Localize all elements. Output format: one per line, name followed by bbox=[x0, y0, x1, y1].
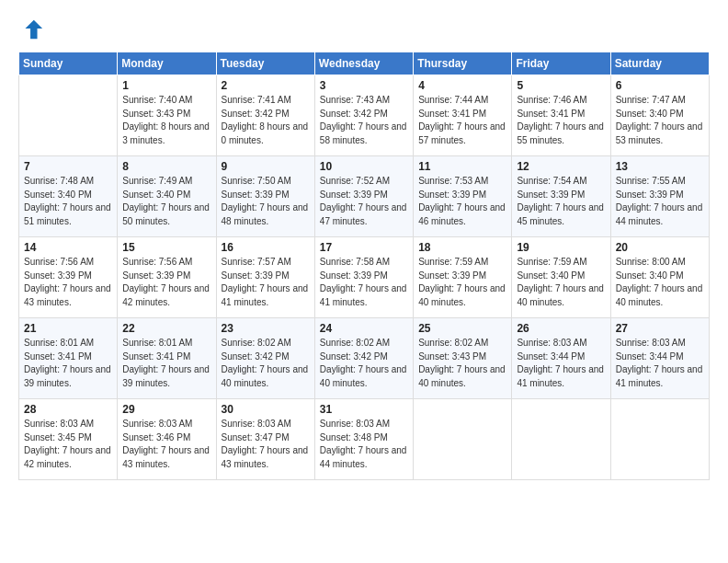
day-cell: 9Sunrise: 7:50 AMSunset: 3:39 PMDaylight… bbox=[216, 156, 314, 237]
header-day-friday: Friday bbox=[512, 52, 610, 75]
day-info: Sunrise: 8:01 AMSunset: 3:41 PMDaylight:… bbox=[122, 337, 210, 390]
day-number: 11 bbox=[418, 160, 506, 173]
day-number: 20 bbox=[616, 241, 704, 254]
header-day-monday: Monday bbox=[118, 52, 216, 75]
day-cell: 10Sunrise: 7:52 AMSunset: 3:39 PMDayligh… bbox=[314, 156, 413, 237]
calendar-header: SundayMondayTuesdayWednesdayThursdayFrid… bbox=[19, 52, 710, 75]
day-number: 5 bbox=[517, 79, 605, 92]
day-cell bbox=[512, 399, 610, 480]
day-cell: 19Sunrise: 7:59 AMSunset: 3:40 PMDayligh… bbox=[512, 237, 610, 318]
day-info: Sunrise: 7:41 AMSunset: 3:42 PMDaylight:… bbox=[222, 94, 310, 147]
day-number: 22 bbox=[122, 322, 210, 335]
day-number: 17 bbox=[320, 241, 408, 254]
day-number: 25 bbox=[418, 322, 506, 335]
day-number: 13 bbox=[616, 160, 704, 173]
day-info: Sunrise: 8:00 AMSunset: 3:40 PMDaylight:… bbox=[616, 256, 704, 309]
day-number: 3 bbox=[320, 79, 408, 92]
day-info: Sunrise: 8:03 AMSunset: 3:44 PMDaylight:… bbox=[616, 337, 704, 390]
day-cell: 27Sunrise: 8:03 AMSunset: 3:44 PMDayligh… bbox=[610, 318, 709, 399]
day-cell: 30Sunrise: 8:03 AMSunset: 3:47 PMDayligh… bbox=[216, 399, 314, 480]
day-cell bbox=[414, 399, 512, 480]
day-number: 8 bbox=[122, 160, 210, 173]
day-number: 19 bbox=[517, 241, 605, 254]
day-cell: 24Sunrise: 8:02 AMSunset: 3:42 PMDayligh… bbox=[314, 318, 413, 399]
day-number: 4 bbox=[418, 79, 506, 92]
header-day-thursday: Thursday bbox=[414, 52, 512, 75]
day-number: 6 bbox=[616, 79, 704, 92]
day-cell: 14Sunrise: 7:56 AMSunset: 3:39 PMDayligh… bbox=[19, 237, 118, 318]
day-info: Sunrise: 7:57 AMSunset: 3:39 PMDaylight:… bbox=[222, 256, 310, 309]
day-number: 7 bbox=[24, 160, 112, 173]
day-info: Sunrise: 7:48 AMSunset: 3:40 PMDaylight:… bbox=[24, 175, 112, 228]
day-info: Sunrise: 8:03 AMSunset: 3:46 PMDaylight:… bbox=[122, 418, 210, 471]
day-cell: 4Sunrise: 7:44 AMSunset: 3:41 PMDaylight… bbox=[414, 75, 512, 156]
day-cell: 11Sunrise: 7:53 AMSunset: 3:39 PMDayligh… bbox=[414, 156, 512, 237]
day-info: Sunrise: 7:52 AMSunset: 3:39 PMDaylight:… bbox=[320, 175, 408, 228]
calendar-body: 1Sunrise: 7:40 AMSunset: 3:43 PMDaylight… bbox=[19, 75, 710, 480]
week-row-0: 1Sunrise: 7:40 AMSunset: 3:43 PMDaylight… bbox=[19, 75, 710, 156]
day-info: Sunrise: 8:02 AMSunset: 3:42 PMDaylight:… bbox=[320, 337, 408, 390]
week-row-3: 21Sunrise: 8:01 AMSunset: 3:41 PMDayligh… bbox=[19, 318, 710, 399]
day-info: Sunrise: 7:40 AMSunset: 3:43 PMDaylight:… bbox=[122, 94, 210, 147]
logo-icon bbox=[18, 17, 44, 42]
day-info: Sunrise: 7:47 AMSunset: 3:40 PMDaylight:… bbox=[616, 94, 704, 147]
page: SundayMondayTuesdayWednesdayThursdayFrid… bbox=[0, 0, 728, 563]
day-number: 29 bbox=[122, 403, 210, 416]
day-number: 16 bbox=[222, 241, 310, 254]
day-cell: 12Sunrise: 7:54 AMSunset: 3:39 PMDayligh… bbox=[512, 156, 610, 237]
day-cell: 23Sunrise: 8:02 AMSunset: 3:42 PMDayligh… bbox=[216, 318, 314, 399]
week-row-4: 28Sunrise: 8:03 AMSunset: 3:45 PMDayligh… bbox=[19, 399, 710, 480]
day-number: 14 bbox=[24, 241, 112, 254]
day-cell bbox=[19, 75, 118, 156]
day-info: Sunrise: 7:56 AMSunset: 3:39 PMDaylight:… bbox=[24, 256, 112, 309]
day-info: Sunrise: 8:03 AMSunset: 3:47 PMDaylight:… bbox=[222, 418, 310, 471]
day-cell: 25Sunrise: 8:02 AMSunset: 3:43 PMDayligh… bbox=[414, 318, 512, 399]
day-cell: 8Sunrise: 7:49 AMSunset: 3:40 PMDaylight… bbox=[118, 156, 216, 237]
day-number: 2 bbox=[222, 79, 310, 92]
day-info: Sunrise: 8:01 AMSunset: 3:41 PMDaylight:… bbox=[24, 337, 112, 390]
header-day-saturday: Saturday bbox=[610, 52, 709, 75]
day-cell: 21Sunrise: 8:01 AMSunset: 3:41 PMDayligh… bbox=[19, 318, 118, 399]
day-info: Sunrise: 8:03 AMSunset: 3:48 PMDaylight:… bbox=[320, 418, 408, 471]
day-info: Sunrise: 8:03 AMSunset: 3:44 PMDaylight:… bbox=[517, 337, 605, 390]
logo bbox=[18, 17, 48, 42]
day-info: Sunrise: 7:50 AMSunset: 3:39 PMDaylight:… bbox=[222, 175, 310, 228]
day-number: 15 bbox=[122, 241, 210, 254]
day-number: 21 bbox=[24, 322, 112, 335]
day-number: 28 bbox=[24, 403, 112, 416]
calendar-table: SundayMondayTuesdayWednesdayThursdayFrid… bbox=[18, 52, 710, 480]
day-cell: 5Sunrise: 7:46 AMSunset: 3:41 PMDaylight… bbox=[512, 75, 610, 156]
day-number: 12 bbox=[517, 160, 605, 173]
day-cell: 2Sunrise: 7:41 AMSunset: 3:42 PMDaylight… bbox=[216, 75, 314, 156]
day-info: Sunrise: 7:49 AMSunset: 3:40 PMDaylight:… bbox=[122, 175, 210, 228]
day-number: 9 bbox=[222, 160, 310, 173]
day-cell: 18Sunrise: 7:59 AMSunset: 3:39 PMDayligh… bbox=[414, 237, 512, 318]
day-number: 18 bbox=[418, 241, 506, 254]
header bbox=[18, 17, 710, 42]
day-number: 23 bbox=[222, 322, 310, 335]
day-cell: 15Sunrise: 7:56 AMSunset: 3:39 PMDayligh… bbox=[118, 237, 216, 318]
header-day-tuesday: Tuesday bbox=[216, 52, 314, 75]
day-cell: 3Sunrise: 7:43 AMSunset: 3:42 PMDaylight… bbox=[314, 75, 413, 156]
day-number: 10 bbox=[320, 160, 408, 173]
day-cell: 22Sunrise: 8:01 AMSunset: 3:41 PMDayligh… bbox=[118, 318, 216, 399]
day-info: Sunrise: 7:58 AMSunset: 3:39 PMDaylight:… bbox=[320, 256, 408, 309]
day-cell: 31Sunrise: 8:03 AMSunset: 3:48 PMDayligh… bbox=[314, 399, 413, 480]
day-cell: 16Sunrise: 7:57 AMSunset: 3:39 PMDayligh… bbox=[216, 237, 314, 318]
day-info: Sunrise: 8:02 AMSunset: 3:43 PMDaylight:… bbox=[418, 337, 506, 390]
day-cell bbox=[610, 399, 709, 480]
day-cell: 7Sunrise: 7:48 AMSunset: 3:40 PMDaylight… bbox=[19, 156, 118, 237]
day-info: Sunrise: 8:02 AMSunset: 3:42 PMDaylight:… bbox=[222, 337, 310, 390]
day-cell: 28Sunrise: 8:03 AMSunset: 3:45 PMDayligh… bbox=[19, 399, 118, 480]
day-cell: 13Sunrise: 7:55 AMSunset: 3:39 PMDayligh… bbox=[610, 156, 709, 237]
day-info: Sunrise: 7:59 AMSunset: 3:40 PMDaylight:… bbox=[517, 256, 605, 309]
header-day-wednesday: Wednesday bbox=[314, 52, 413, 75]
day-number: 1 bbox=[122, 79, 210, 92]
day-number: 26 bbox=[517, 322, 605, 335]
day-info: Sunrise: 7:53 AMSunset: 3:39 PMDaylight:… bbox=[418, 175, 506, 228]
day-info: Sunrise: 7:43 AMSunset: 3:42 PMDaylight:… bbox=[320, 94, 408, 147]
day-number: 24 bbox=[320, 322, 408, 335]
day-number: 30 bbox=[222, 403, 310, 416]
day-number: 27 bbox=[616, 322, 704, 335]
day-number: 31 bbox=[320, 403, 408, 416]
